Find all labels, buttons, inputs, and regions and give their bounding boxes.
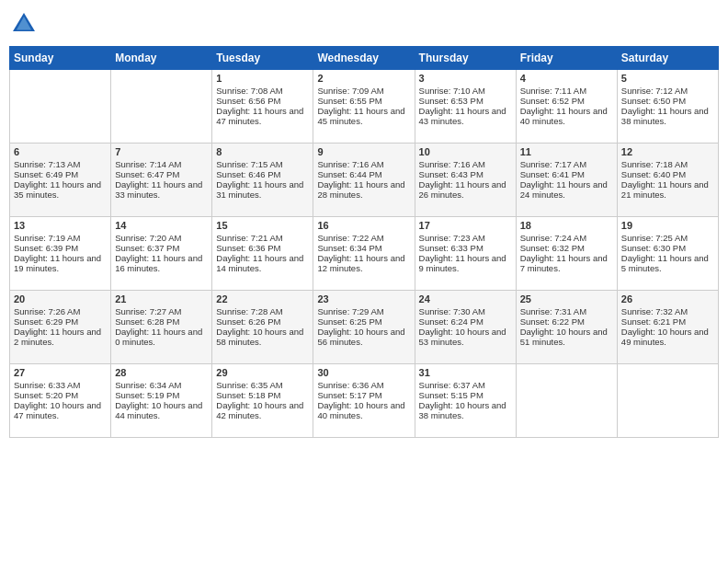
cell-content-line: Daylight: 10 hours and 42 minutes.: [216, 400, 309, 420]
logo-icon: [9, 9, 39, 39]
day-number: 25: [520, 293, 613, 304]
cell-content-line: Sunrise: 6:37 AM: [419, 380, 512, 390]
cell-content-line: Daylight: 11 hours and 9 minutes.: [419, 253, 512, 273]
cell-content-line: Sunset: 6:39 PM: [14, 243, 107, 253]
cell-content-line: Sunset: 6:26 PM: [216, 316, 309, 327]
calendar-cell: 8Sunrise: 7:15 AMSunset: 6:46 PMDaylight…: [212, 144, 313, 217]
cell-content-line: Sunset: 5:17 PM: [317, 390, 410, 400]
calendar-cell: 3Sunrise: 7:10 AMSunset: 6:53 PMDaylight…: [415, 70, 516, 144]
day-number: 27: [14, 367, 107, 378]
calendar-cell: 15Sunrise: 7:21 AMSunset: 6:36 PMDayligh…: [212, 217, 313, 291]
cell-content-line: Sunrise: 6:35 AM: [216, 380, 309, 390]
calendar-cell: 19Sunrise: 7:25 AMSunset: 6:30 PMDayligh…: [617, 217, 718, 291]
calendar-cell: 12Sunrise: 7:18 AMSunset: 6:40 PMDayligh…: [617, 144, 718, 217]
cell-content-line: Sunrise: 7:30 AM: [419, 306, 512, 316]
day-number: 17: [419, 220, 512, 231]
day-number: 6: [14, 146, 107, 157]
calendar-cell: 6Sunrise: 7:13 AMSunset: 6:49 PMDaylight…: [10, 144, 111, 217]
cell-content-line: Sunrise: 7:12 AM: [621, 86, 714, 96]
day-number: 16: [317, 220, 410, 231]
cell-content-line: Daylight: 11 hours and 14 minutes.: [216, 253, 309, 273]
cell-content-line: Daylight: 11 hours and 2 minutes.: [14, 327, 107, 347]
day-number: 30: [317, 367, 410, 378]
cell-content-line: Sunrise: 6:36 AM: [317, 380, 410, 390]
header-row: SundayMondayTuesdayWednesdayThursdayFrid…: [10, 47, 719, 70]
cell-content-line: Daylight: 11 hours and 16 minutes.: [115, 253, 208, 273]
logo: [9, 9, 42, 39]
calendar-cell: 13Sunrise: 7:19 AMSunset: 6:39 PMDayligh…: [10, 217, 111, 291]
day-of-week-header: Saturday: [617, 47, 718, 70]
cell-content-line: Sunset: 6:46 PM: [216, 169, 309, 179]
calendar-cell: 14Sunrise: 7:20 AMSunset: 6:37 PMDayligh…: [111, 217, 212, 291]
cell-content-line: Sunrise: 7:27 AM: [115, 306, 208, 316]
calendar-cell: 7Sunrise: 7:14 AMSunset: 6:47 PMDaylight…: [111, 144, 212, 217]
cell-content-line: Sunset: 6:56 PM: [216, 96, 309, 106]
cell-content-line: Daylight: 10 hours and 38 minutes.: [419, 400, 512, 420]
cell-content-line: Sunrise: 7:24 AM: [520, 233, 613, 243]
cell-content-line: Daylight: 11 hours and 33 minutes.: [115, 179, 208, 200]
cell-content-line: Daylight: 11 hours and 5 minutes.: [621, 253, 714, 273]
cell-content-line: Sunrise: 7:11 AM: [520, 86, 613, 96]
cell-content-line: Sunrise: 7:28 AM: [216, 306, 309, 316]
cell-content-line: Sunrise: 7:19 AM: [14, 233, 107, 243]
cell-content-line: Sunrise: 7:14 AM: [115, 159, 208, 169]
cell-content-line: Sunrise: 7:09 AM: [317, 86, 410, 96]
calendar-cell: 5Sunrise: 7:12 AMSunset: 6:50 PMDaylight…: [617, 70, 718, 144]
calendar-week-row: 20Sunrise: 7:26 AMSunset: 6:29 PMDayligh…: [10, 291, 719, 364]
calendar-cell: [516, 364, 617, 438]
day-number: 3: [419, 73, 512, 84]
cell-content-line: Daylight: 10 hours and 44 minutes.: [115, 400, 208, 420]
calendar-cell: 10Sunrise: 7:16 AMSunset: 6:43 PMDayligh…: [415, 144, 516, 217]
calendar-cell: 28Sunrise: 6:34 AMSunset: 5:19 PMDayligh…: [111, 364, 212, 438]
cell-content-line: Daylight: 11 hours and 12 minutes.: [317, 253, 410, 273]
cell-content-line: Sunset: 6:25 PM: [317, 316, 410, 327]
calendar-cell: 16Sunrise: 7:22 AMSunset: 6:34 PMDayligh…: [313, 217, 415, 291]
day-number: 15: [216, 220, 309, 231]
cell-content-line: Daylight: 11 hours and 35 minutes.: [14, 179, 107, 200]
day-number: 28: [115, 367, 208, 378]
day-of-week-header: Tuesday: [212, 47, 313, 70]
cell-content-line: Daylight: 11 hours and 43 minutes.: [419, 106, 512, 126]
cell-content-line: Sunrise: 7:08 AM: [216, 86, 309, 96]
cell-content-line: Daylight: 11 hours and 26 minutes.: [419, 179, 512, 200]
day-number: 7: [115, 146, 208, 157]
cell-content-line: Sunset: 6:36 PM: [216, 243, 309, 253]
cell-content-line: Daylight: 11 hours and 7 minutes.: [520, 253, 613, 273]
calendar-cell: 17Sunrise: 7:23 AMSunset: 6:33 PMDayligh…: [415, 217, 516, 291]
cell-content-line: Sunrise: 7:32 AM: [621, 306, 714, 316]
cell-content-line: Sunset: 6:50 PM: [621, 96, 714, 106]
cell-content-line: Sunset: 5:18 PM: [216, 390, 309, 400]
calendar-cell: 31Sunrise: 6:37 AMSunset: 5:15 PMDayligh…: [415, 364, 516, 438]
day-number: 19: [621, 220, 714, 231]
calendar-cell: 1Sunrise: 7:08 AMSunset: 6:56 PMDaylight…: [212, 70, 313, 144]
calendar-cell: 27Sunrise: 6:33 AMSunset: 5:20 PMDayligh…: [10, 364, 111, 438]
day-number: 24: [419, 293, 512, 304]
cell-content-line: Sunset: 5:19 PM: [115, 390, 208, 400]
day-number: 13: [14, 220, 107, 231]
cell-content-line: Sunset: 6:37 PM: [115, 243, 208, 253]
cell-content-line: Daylight: 10 hours and 56 minutes.: [317, 327, 410, 347]
cell-content-line: Sunrise: 7:16 AM: [317, 159, 410, 169]
day-of-week-header: Sunday: [10, 47, 111, 70]
cell-content-line: Sunrise: 7:31 AM: [520, 306, 613, 316]
day-number: 9: [317, 146, 410, 157]
cell-content-line: Daylight: 11 hours and 19 minutes.: [14, 253, 107, 273]
cell-content-line: Daylight: 10 hours and 58 minutes.: [216, 327, 309, 347]
day-number: 22: [216, 293, 309, 304]
calendar-cell: 29Sunrise: 6:35 AMSunset: 5:18 PMDayligh…: [212, 364, 313, 438]
page-header: [9, 9, 719, 39]
calendar-cell: [617, 364, 718, 438]
day-number: 20: [14, 293, 107, 304]
day-number: 12: [621, 146, 714, 157]
cell-content-line: Daylight: 11 hours and 38 minutes.: [621, 106, 714, 126]
cell-content-line: Daylight: 11 hours and 28 minutes.: [317, 179, 410, 200]
day-of-week-header: Monday: [111, 47, 212, 70]
cell-content-line: Daylight: 10 hours and 47 minutes.: [14, 400, 107, 420]
cell-content-line: Sunset: 6:30 PM: [621, 243, 714, 253]
cell-content-line: Sunrise: 7:10 AM: [419, 86, 512, 96]
day-of-week-header: Friday: [516, 47, 617, 70]
cell-content-line: Daylight: 11 hours and 40 minutes.: [520, 106, 613, 126]
calendar-week-row: 6Sunrise: 7:13 AMSunset: 6:49 PMDaylight…: [10, 144, 719, 217]
calendar-header: SundayMondayTuesdayWednesdayThursdayFrid…: [10, 47, 719, 70]
cell-content-line: Daylight: 11 hours and 31 minutes.: [216, 179, 309, 200]
